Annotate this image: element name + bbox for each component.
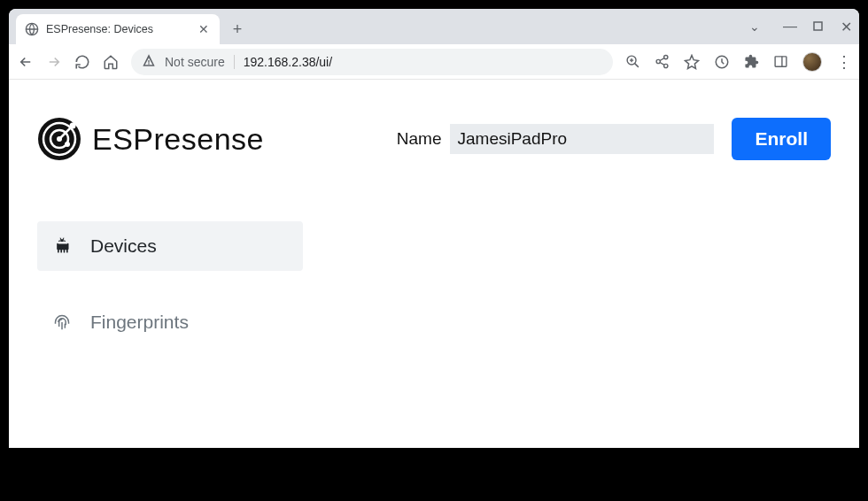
minimize-button[interactable]: —: [783, 19, 795, 35]
enroll-form: Name Enroll: [397, 118, 831, 160]
back-button[interactable]: [18, 54, 34, 70]
forward-button[interactable]: [46, 54, 62, 70]
maximize-button[interactable]: [811, 19, 824, 35]
name-input[interactable]: [450, 124, 714, 154]
name-label: Name: [397, 129, 442, 149]
extensions-icon[interactable]: [744, 54, 759, 69]
tab-bar: ESPresense: Devices ✕ + ⌄ — ✕: [9, 9, 859, 44]
svg-point-4: [656, 59, 660, 63]
close-window-button[interactable]: ✕: [840, 19, 852, 35]
window-controls: ⌄ — ✕: [749, 9, 852, 44]
nav-item-devices[interactable]: Devices: [37, 221, 303, 271]
security-label: Not secure: [165, 55, 225, 69]
new-tab-button[interactable]: +: [225, 17, 250, 42]
browser-toolbar: Not secure 192.168.2.38/ui/: [9, 44, 859, 80]
svg-point-5: [664, 64, 668, 67]
browser-tab[interactable]: ESPresense: Devices ✕: [16, 14, 220, 44]
extension-icon-1[interactable]: [714, 54, 730, 70]
side-panel-icon[interactable]: [773, 54, 788, 69]
not-secure-icon: [142, 53, 156, 70]
header-row: ESPresense Name Enroll: [37, 117, 831, 161]
close-tab-icon[interactable]: ✕: [197, 22, 211, 36]
app-logo-icon: [37, 117, 81, 161]
browser-window: ESPresense: Devices ✕ + ⌄ — ✕: [9, 9, 859, 448]
address-bar[interactable]: Not secure 192.168.2.38/ui/: [131, 49, 613, 75]
tab-title: ESPresense: Devices: [46, 23, 190, 35]
svg-point-3: [664, 55, 668, 58]
svg-rect-7: [775, 57, 787, 66]
omnibox-divider: [234, 55, 235, 69]
nav-menu: Devices Fingerprints: [37, 221, 303, 347]
nav-item-fingerprints[interactable]: Fingerprints: [37, 297, 303, 347]
svg-point-13: [70, 123, 76, 129]
enroll-button[interactable]: Enroll: [732, 118, 831, 160]
svg-rect-1: [814, 22, 822, 30]
home-button[interactable]: [103, 54, 119, 70]
page-content: ESPresense Name Enroll Devices Fingerpri…: [9, 80, 859, 384]
toolbar-icons: ⋮: [625, 52, 850, 72]
nav-item-label: Devices: [90, 235, 157, 257]
svg-point-14: [65, 142, 70, 147]
fingerprint-icon: [53, 313, 71, 331]
url-text: 192.168.2.38/ui/: [244, 55, 332, 69]
menu-icon[interactable]: ⋮: [836, 52, 850, 72]
app-title: ESPresense: [92, 122, 264, 157]
globe-icon: [25, 22, 39, 36]
nav-item-label: Fingerprints: [90, 312, 189, 333]
share-icon[interactable]: [655, 54, 670, 69]
reload-button[interactable]: [74, 54, 90, 70]
chevron-down-icon[interactable]: ⌄: [749, 19, 760, 34]
star-icon[interactable]: [684, 54, 700, 70]
profile-avatar[interactable]: [802, 52, 822, 72]
zoom-icon[interactable]: [625, 54, 640, 69]
android-icon: [53, 237, 71, 255]
